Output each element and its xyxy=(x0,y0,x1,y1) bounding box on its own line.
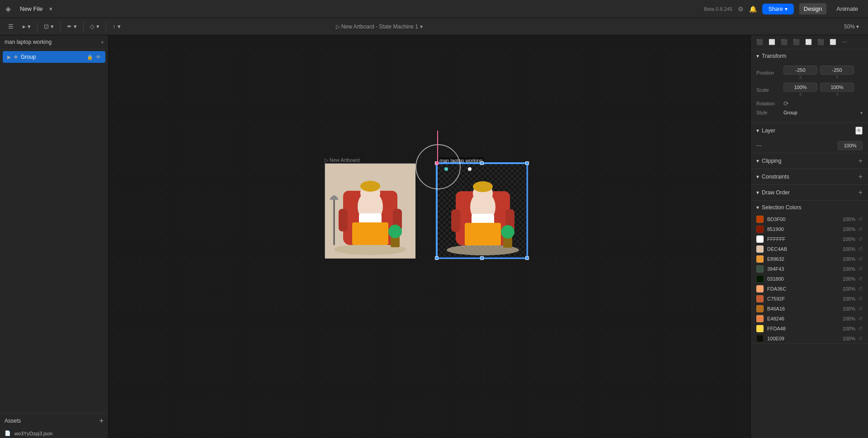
color-hex-0: BD3F00 xyxy=(767,217,785,222)
frame-tool[interactable]: ⊡ ▾ xyxy=(41,22,57,31)
layer-visibility-button[interactable]: 👁 xyxy=(96,54,101,60)
section-constraints-header[interactable]: ▾ Constraints + xyxy=(751,169,868,184)
notification-icon[interactable]: 🔔 xyxy=(749,5,757,13)
section-layer-header[interactable]: ▾ Layer 👁 xyxy=(751,123,868,138)
color-row[interactable]: 851900 100% ↺ xyxy=(751,224,868,234)
color-swatch-6[interactable] xyxy=(756,275,764,283)
draw-order-title: ▾ Draw Order xyxy=(756,189,790,196)
distribute-h-button[interactable]: ⬜ xyxy=(828,38,838,46)
rotation-icon[interactable]: ⟳ xyxy=(783,100,789,107)
align-top-button[interactable]: ⬛ xyxy=(791,38,802,46)
color-row[interactable]: DEC4AB 100% ↺ xyxy=(751,244,868,254)
canvas[interactable]: ▷ New Artboard xyxy=(108,35,750,438)
assets-title: Assets xyxy=(5,418,21,424)
color-reset-9[interactable]: ↺ xyxy=(858,306,863,312)
color-row[interactable]: 100E09 100% ↺ xyxy=(751,334,868,344)
scale-x-input[interactable] xyxy=(783,83,817,92)
color-swatch-2[interactable] xyxy=(756,235,764,243)
clipping-arrow: ▾ xyxy=(756,158,759,164)
color-row[interactable]: FFFFFF 100% ↺ xyxy=(751,234,868,244)
color-reset-5[interactable]: ↺ xyxy=(858,266,863,272)
layer-lock-button[interactable]: 🔒 xyxy=(87,54,93,60)
color-reset-4[interactable]: ↺ xyxy=(858,256,863,262)
draw-order-add-button[interactable]: + xyxy=(859,188,863,197)
section-draw-order: ▾ Draw Order + xyxy=(751,185,868,201)
layer-visibility-toggle[interactable]: 👁 xyxy=(855,127,863,135)
position-y-input[interactable] xyxy=(820,66,854,75)
pen-tool[interactable]: ✒ ▾ xyxy=(64,22,80,31)
color-swatch-3[interactable] xyxy=(756,245,764,253)
align-right-button[interactable]: ⬛ xyxy=(779,38,789,46)
color-row[interactable]: 394F43 100% ↺ xyxy=(751,264,868,274)
constraints-add-button[interactable]: + xyxy=(859,173,863,181)
color-right-2: 100% ↺ xyxy=(843,236,863,242)
layer-arrow[interactable]: ▾ xyxy=(101,40,104,45)
color-reset-6[interactable]: ↺ xyxy=(858,276,863,282)
color-swatch-12[interactable] xyxy=(756,335,764,342)
group-layer-item[interactable]: ▶ ❖ Group 🔒 👁 xyxy=(3,51,105,63)
align-center-v-button[interactable]: ⬜ xyxy=(803,38,814,46)
layer-section-content: — xyxy=(751,138,868,153)
color-row[interactable]: E89632 100% ↺ xyxy=(751,254,868,264)
color-row[interactable]: E48246 100% ↺ xyxy=(751,314,868,324)
color-reset-0[interactable]: ↺ xyxy=(858,216,863,222)
section-clipping-header[interactable]: ▾ Clipping + xyxy=(751,153,868,169)
color-row[interactable]: FDA36C 100% ↺ xyxy=(751,284,868,294)
clipping-add-button[interactable]: + xyxy=(859,157,863,165)
color-swatch-7[interactable] xyxy=(756,285,764,292)
export-tool[interactable]: ↑ ▾ xyxy=(110,22,123,31)
tab-animate[interactable]: Animate xyxy=(832,3,863,14)
color-row[interactable]: C7592F 100% ↺ xyxy=(751,294,868,304)
artboard-canvas-label: ▷ New Artboard xyxy=(325,157,360,163)
section-selection-colors-header[interactable]: ▾ Selection Colors xyxy=(751,201,868,214)
color-row[interactable]: 031800 100% ↺ xyxy=(751,274,868,284)
align-bottom-button[interactable]: ⬛ xyxy=(816,38,826,46)
color-swatch-10[interactable] xyxy=(756,315,764,322)
settings-icon[interactable]: ⚙ xyxy=(738,5,744,13)
position-x-input[interactable] xyxy=(783,66,817,75)
menu-button[interactable]: ☰ xyxy=(5,22,16,31)
color-swatch-11[interactable] xyxy=(756,325,764,332)
opacity-input[interactable] xyxy=(838,141,863,150)
color-left-6: 031800 xyxy=(756,275,784,283)
assets-add-button[interactable]: + xyxy=(99,417,104,425)
color-swatch-0[interactable] xyxy=(756,216,764,223)
color-row[interactable]: B46A16 100% ↺ xyxy=(751,304,868,314)
asset-item[interactable]: 📄 wo3YyDzpj3.json xyxy=(0,429,108,438)
close-tab-button[interactable]: × xyxy=(47,5,56,13)
color-reset-10[interactable]: ↺ xyxy=(858,316,863,322)
section-draw-order-header[interactable]: ▾ Draw Order + xyxy=(751,185,868,200)
align-left-button[interactable]: ⬛ xyxy=(755,38,765,46)
color-swatch-4[interactable] xyxy=(756,255,764,263)
artboard-label[interactable]: ▷ New Artboard - State Machine 1 ▾ xyxy=(336,24,423,30)
shape-tool[interactable]: ◇ ▾ xyxy=(87,22,102,31)
share-button[interactable]: Share ▾ xyxy=(762,4,794,14)
color-swatch-9[interactable] xyxy=(756,305,764,312)
align-center-h-button[interactable]: ⬜ xyxy=(767,38,777,46)
color-reset-12[interactable]: ↺ xyxy=(858,335,863,342)
color-reset-3[interactable]: ↺ xyxy=(858,246,863,252)
color-reset-1[interactable]: ↺ xyxy=(858,226,863,232)
color-reset-7[interactable]: ↺ xyxy=(858,286,863,292)
zoom-control[interactable]: 50% ▾ xyxy=(840,22,863,31)
artboard-selector[interactable]: ▷ New Artboard - State Machine 1 ▾ xyxy=(336,24,423,30)
style-dropdown-button[interactable]: ▾ xyxy=(860,110,863,115)
color-swatch-5[interactable] xyxy=(756,265,764,273)
color-reset-2[interactable]: ↺ xyxy=(858,236,863,242)
color-row[interactable]: BD3F00 100% ↺ xyxy=(751,214,868,224)
color-reset-8[interactable]: ↺ xyxy=(858,296,863,302)
color-swatch-1[interactable] xyxy=(756,226,764,233)
section-transform-header[interactable]: ▾ Transform xyxy=(751,49,868,63)
color-right-5: 100% ↺ xyxy=(843,266,863,272)
scale-y-input[interactable] xyxy=(820,83,854,92)
tab-design[interactable]: Design xyxy=(799,3,826,14)
constraints-title: ▾ Constraints xyxy=(756,174,789,180)
color-row[interactable]: FFDA48 100% ↺ xyxy=(751,324,868,334)
color-left-9: B46A16 xyxy=(756,305,785,312)
move-tool[interactable]: ▸ ▾ xyxy=(20,22,33,31)
more-options-button[interactable]: ⋯ xyxy=(840,38,849,46)
colors-list: BD3F00 100% ↺ 851900 100% ↺ FFFFFF 100% … xyxy=(751,214,868,344)
color-swatch-8[interactable] xyxy=(756,295,764,302)
layer-panel-header: man laptop working ▾ xyxy=(0,35,108,49)
color-reset-11[interactable]: ↺ xyxy=(858,325,863,332)
